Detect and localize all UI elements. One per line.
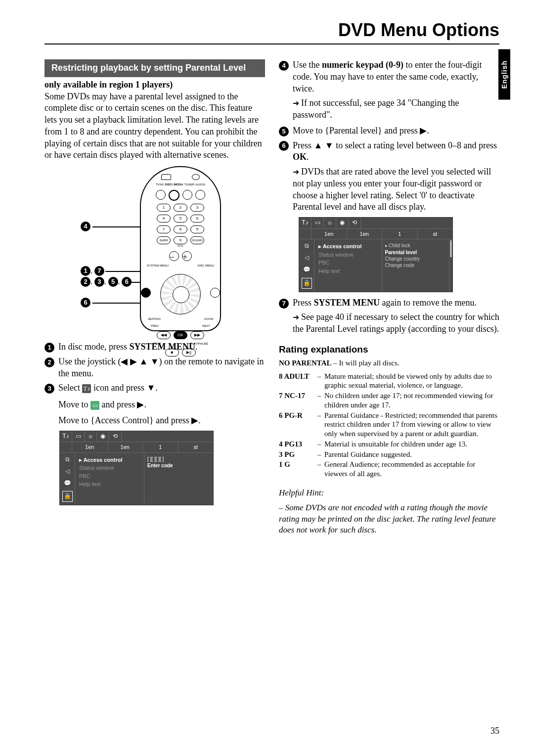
step-6: 6 Press ▲ ▼ to select a rating level bet… (279, 140, 499, 164)
osd-side-icon: ◁ (305, 254, 309, 262)
step-6-sub: DVDs that are rated above the level you … (293, 166, 499, 213)
osd-item: Help text (78, 480, 141, 489)
osd-tab: 1 (143, 442, 178, 452)
step-4: 4 Use the numeric keypad (0-9) to enter … (279, 59, 499, 94)
disc-media-label: DISC/ MEDIA (165, 183, 183, 187)
step-4-sub: If not successful, see page 34 "Changing… (293, 97, 499, 121)
osd-item: Status window (78, 464, 141, 472)
osd-item: Access control (323, 243, 362, 249)
osd-side-icon: 💬 (64, 480, 71, 488)
osd-item: PBC (78, 472, 141, 481)
play-pause-label: PLAY/PAUSE (190, 342, 208, 346)
ok-btn: OK (174, 331, 187, 339)
callout-6b: 6 (81, 298, 90, 308)
stop-label: STOP (153, 342, 161, 346)
osd-tab: st (418, 229, 453, 239)
osd-item: Status window (317, 251, 379, 259)
eject-icon (192, 174, 200, 180)
disc-menu-label: DISC MENU (197, 264, 214, 268)
step-5: 5 Move to {Parental level} and press ▶. (279, 125, 499, 137)
osd-tab: 1en (347, 229, 383, 239)
rating-row: 7 NC-17–No children under age 17; not re… (279, 391, 499, 410)
osd-screenshot-2: T♪ ▭ ☼ ◉ ⟲ 1en 1en 1 st ⧉ ◁ (299, 217, 453, 292)
ratings-header: Rating explanations (279, 343, 499, 356)
helpful-hint-body: – Some DVDs are not encoded with a ratin… (279, 502, 499, 535)
left-column: Restricting playback by setting Parental… (44, 59, 265, 540)
rating-row: 8 ADULT–Mature material; should be viewe… (279, 372, 499, 391)
osd-icon: T♪ (60, 431, 72, 442)
callout-4: 4 (81, 222, 90, 231)
osd-screenshot-1: T♪ ▭ ☼ ◉ ⟲ 1en 1en 1 st ⧉ ◁ (59, 431, 214, 506)
osd-enter-code: Enter code (147, 462, 210, 469)
osd-icon: ⟲ (109, 431, 122, 442)
osd-icon: ▭ (72, 431, 85, 442)
osd-tab: 1en (108, 442, 143, 452)
language-tab: English (498, 49, 510, 100)
osd-icon: T♪ (299, 218, 312, 228)
rating-row: NO PARENTAL – It will play all discs. (279, 358, 499, 368)
step-3-move1: Move to ▭ and press ▶. (58, 399, 265, 411)
callout-7: 7 (94, 266, 104, 276)
osd-icon: ☼ (85, 431, 97, 442)
t-note-icon: T♪ (82, 384, 91, 393)
osd-tab: st (178, 442, 214, 452)
osd-item: Change code (385, 262, 446, 268)
step-7: 7 Press SYSTEM MENU again to remove the … (279, 297, 499, 309)
osd-side-icon: 🔒 (302, 278, 312, 289)
vol-label: VOL (141, 244, 220, 248)
tv-av-label: TV/AV (156, 183, 164, 187)
helpful-hint-title: Helpful Hint: (279, 488, 499, 498)
availability-note: only available in region 1 players) (44, 79, 265, 91)
remote-body: TV/AV DISC/ MEDIA TUNER AUX/DI 123 456 7… (140, 166, 221, 331)
osd-side-icon: ◁ (65, 468, 70, 476)
osd-icon: ▭ (312, 218, 324, 228)
prev-label: PREV (151, 324, 159, 328)
folder-icon: ▭ (90, 401, 99, 410)
system-menu-label: SYSTEM MENU (147, 264, 169, 268)
step-2-text: Use the joystick (◀ ▶ ▲ ▼) on the remote… (58, 356, 265, 380)
osd-item: Help text (317, 267, 379, 275)
rating-row: 1 G–General Audience; recommended as acc… (279, 460, 499, 479)
rating-row: 6 PG-R–Parental Guidance - Restricted; r… (279, 411, 499, 439)
osd-item: Change country (385, 256, 446, 262)
rating-row: 3 PG–Parental Guidance suggested. (279, 450, 499, 459)
osd-icon: ⟲ (349, 218, 361, 228)
step-3-text-a: Select (58, 383, 82, 393)
callout-3: 3 (94, 277, 104, 287)
surr-btn: SURR (157, 236, 171, 244)
rating-row: 4 PG13–Material is unsuitable for childr… (279, 440, 499, 449)
osd-tab: 1en (312, 229, 347, 239)
osd-item-active: Parental level (385, 249, 446, 256)
remote-diagram: 4 1, 7 2, 3, 5, 6 6 (81, 166, 229, 334)
step-7-sub: See page 40 if necessary to select the c… (293, 311, 499, 335)
osd-icon: ☼ (324, 218, 336, 228)
osd-code-field: [ ][ ][ ][ ] (147, 456, 210, 462)
step-3-move2: Move to {Access Control} and press ▶. (58, 415, 265, 427)
next-label: NEXT (202, 324, 210, 328)
joystick-icon (160, 274, 201, 314)
step-2: 2 Use the joystick (◀ ▶ ▲ ▼) on the remo… (44, 356, 265, 380)
aux-di-label: AUX/DI (195, 183, 205, 187)
step-3: 3 Select T♪ icon and press ▼. (44, 382, 265, 394)
callout-5: 5 (108, 277, 118, 287)
osd-item: PBC (317, 259, 379, 267)
osd-side-icon: 🔒 (62, 491, 73, 502)
osd-icon: ◉ (336, 218, 349, 228)
osd-item: Child lock (389, 243, 410, 248)
tuner-label: TUNER (184, 183, 195, 187)
step-3-text-b: icon and press ▼. (91, 383, 157, 393)
osd-side-icon: 💬 (303, 266, 311, 274)
osd-side-icon: ⧉ (305, 242, 309, 250)
intro-text: Some DVDs may have a parental level assi… (44, 91, 265, 162)
seating-label: SEATING (148, 317, 161, 321)
osd-tab: 1 (382, 229, 418, 239)
zoom-label: ZOOM (204, 317, 213, 321)
right-column: 4 Use the numeric keypad (0-9) to enter … (279, 59, 499, 540)
callout-1: 1 (81, 266, 90, 276)
power-button-icon (161, 174, 171, 180)
osd-tab: 1en (72, 442, 108, 452)
osd-side-icon: ⧉ (65, 456, 70, 464)
osd-icon: ◉ (97, 431, 109, 442)
sound-btn: SOUND (190, 236, 204, 244)
section-header: Restricting playback by setting Parental… (44, 59, 265, 77)
